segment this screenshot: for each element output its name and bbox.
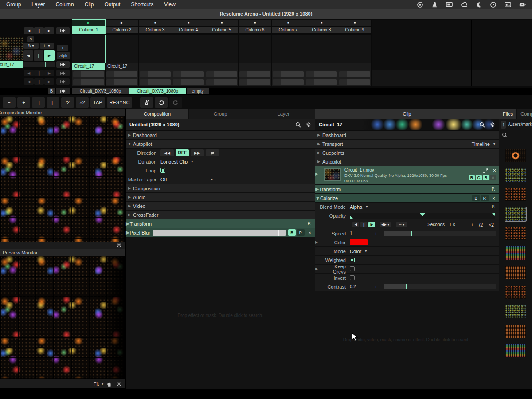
- column-9-stop-icon[interactable]: ■: [338, 20, 371, 26]
- comp-section-video[interactable]: ▶Video: [126, 202, 315, 211]
- file-thumbnail[interactable]: [505, 266, 526, 279]
- column-3-stop-icon[interactable]: ■: [139, 20, 172, 26]
- clip-8-label[interactable]: [305, 63, 338, 70]
- loop-checkbox[interactable]: [160, 168, 165, 173]
- clip-cell-4[interactable]: [172, 35, 205, 63]
- clip-section-colorize[interactable]: ▼Colorize B P. ×: [315, 194, 499, 203]
- clip-6-label[interactable]: [239, 63, 271, 70]
- record-icon[interactable]: [417, 2, 423, 8]
- column-1-play-icon[interactable]: ▶: [72, 20, 105, 26]
- menu-item-shortcuts[interactable]: Shortcuts: [131, 1, 153, 8]
- column-6-header[interactable]: ■Column 6: [239, 20, 271, 33]
- contrast-slider[interactable]: [384, 284, 496, 289]
- direction-backward-button[interactable]: ◀◀: [160, 149, 174, 156]
- bpm-minus-button[interactable]: −: [3, 97, 16, 108]
- channel-g-button[interactable]: G: [476, 175, 482, 180]
- comp-section-pixel-blur[interactable]: ▶Pixel Blur B P. ×: [126, 228, 315, 237]
- empty-slot[interactable]: [139, 70, 172, 78]
- layer3-skip-buttons[interactable]: [56, 27, 70, 34]
- clip-play-button[interactable]: ▶: [368, 222, 375, 227]
- comp-section-autopilot[interactable]: ▼Autopilot: [126, 140, 315, 149]
- clip-prev-button[interactable]: ◀: [352, 222, 359, 227]
- duration-plus-button[interactable]: +: [469, 222, 476, 227]
- empty-slot[interactable]: [239, 70, 271, 78]
- clip-cell-5[interactable]: [205, 35, 238, 63]
- contrast-plus-button[interactable]: +: [372, 284, 379, 289]
- layer2-transition-button[interactable]: T: [57, 45, 68, 51]
- folder-up-button[interactable]: ↑: [501, 121, 506, 129]
- duration-half-button[interactable]: /2: [477, 222, 485, 227]
- empty-slot[interactable]: [139, 78, 172, 86]
- transform-param-button[interactable]: P.: [308, 221, 315, 226]
- clip-pingpong-dropdown[interactable]: ◀▶ ▾: [380, 222, 391, 227]
- metronome-button[interactable]: [140, 97, 153, 108]
- file-thumbnail[interactable]: [505, 149, 526, 162]
- files-search-row[interactable]: [499, 130, 532, 140]
- layer3-play-button[interactable]: ▶: [44, 27, 54, 34]
- file-thumbnail[interactable]: [505, 168, 526, 182]
- clip-section-dashboard[interactable]: ▶Dashboard: [315, 131, 499, 140]
- column-7-stop-icon[interactable]: ■: [272, 20, 305, 26]
- empty-slot[interactable]: [205, 70, 238, 78]
- file-thumbnail[interactable]: [505, 227, 526, 240]
- column-2-header[interactable]: ▶Column 2: [106, 20, 138, 33]
- clip-2-label[interactable]: Circuit_17: [106, 63, 138, 70]
- file-thumbnail[interactable]: [505, 246, 526, 260]
- bpm-plus-button[interactable]: +: [17, 97, 30, 108]
- column-4-stop-icon[interactable]: ■: [172, 20, 205, 26]
- clip-4-label[interactable]: [172, 63, 205, 70]
- column-5-stop-icon[interactable]: ■: [205, 20, 238, 26]
- colorize-param-button[interactable]: P.: [481, 195, 489, 201]
- bpm-nudge-forward-button[interactable]: |-: [47, 97, 59, 108]
- layer2-pause-button[interactable]: ║: [34, 50, 43, 61]
- gear-icon[interactable]: [305, 122, 311, 128]
- search-icon[interactable]: [479, 122, 485, 128]
- clip-3-label[interactable]: [139, 63, 172, 70]
- expand-icon[interactable]: [483, 168, 489, 174]
- empty-slot[interactable]: [106, 78, 138, 86]
- moon-icon[interactable]: [475, 2, 482, 8]
- clip-cell-6[interactable]: [239, 35, 271, 63]
- colorize-bypass-button[interactable]: B: [472, 195, 480, 201]
- layer3-pause-button[interactable]: ║: [34, 27, 44, 34]
- search-icon[interactable]: [295, 122, 301, 128]
- tab-clip[interactable]: Clip: [315, 109, 499, 119]
- contrast-value[interactable]: 0.2: [350, 284, 365, 289]
- duration-double-button[interactable]: ×2: [486, 222, 496, 227]
- deck-tab-empty[interactable]: empty: [187, 88, 209, 94]
- clip-1-label[interactable]: Circuit_17: [72, 63, 105, 70]
- empty-slot[interactable]: [239, 78, 271, 86]
- layer2-clip-label[interactable]: Circuit_17: [0, 61, 23, 68]
- weighted-checkbox[interactable]: [350, 258, 355, 262]
- layer2-loopmode-dropdown[interactable]: ↻ ▾: [23, 43, 39, 49]
- redo-button[interactable]: [169, 97, 182, 108]
- file-thumbnail[interactable]: [505, 344, 526, 357]
- creative-cloud-icon[interactable]: [461, 2, 467, 8]
- layer1-transport[interactable]: ◀║▶: [24, 70, 54, 76]
- layer2-play-button[interactable]: ▶: [44, 50, 55, 61]
- menu-item-output[interactable]: Output: [104, 1, 120, 8]
- hand-pan-icon[interactable]: [107, 381, 113, 387]
- clip-5-label[interactable]: [205, 63, 238, 70]
- opacity-slider[interactable]: [350, 213, 495, 219]
- column-5-header[interactable]: ■Column 5: [205, 20, 238, 33]
- empty-slot[interactable]: [205, 78, 238, 86]
- layer0-skip-buttons[interactable]: [56, 78, 70, 85]
- pixel-blur-param-button[interactable]: P.: [297, 229, 305, 236]
- bpm-nudge-back-button[interactable]: -|: [32, 97, 45, 108]
- card-icon[interactable]: [505, 2, 511, 8]
- layer2-prev-button[interactable]: ◀: [23, 50, 33, 61]
- mode-dropdown[interactable]: Color▾: [350, 249, 367, 254]
- column-9-header[interactable]: ■Column 9: [338, 20, 371, 33]
- bpm-double-button[interactable]: ×2: [76, 97, 89, 108]
- file-thumbnail[interactable]: [505, 188, 526, 201]
- display-icon[interactable]: [446, 2, 453, 8]
- direction-forward-button[interactable]: ▶▶: [191, 149, 204, 156]
- empty-slot[interactable]: [305, 78, 338, 86]
- deck-beat-button[interactable]: B: [48, 88, 55, 94]
- deck-tab-2[interactable]: Circuit_DXV3_1080p: [129, 88, 186, 94]
- clip-section-cuepoints[interactable]: ▶Cuepoints: [315, 149, 499, 157]
- comp-section-audio[interactable]: ▶Audio: [126, 193, 315, 202]
- tab-compositions[interactable]: Compositions: [517, 109, 532, 119]
- menu-item-clip[interactable]: Clip: [85, 1, 94, 8]
